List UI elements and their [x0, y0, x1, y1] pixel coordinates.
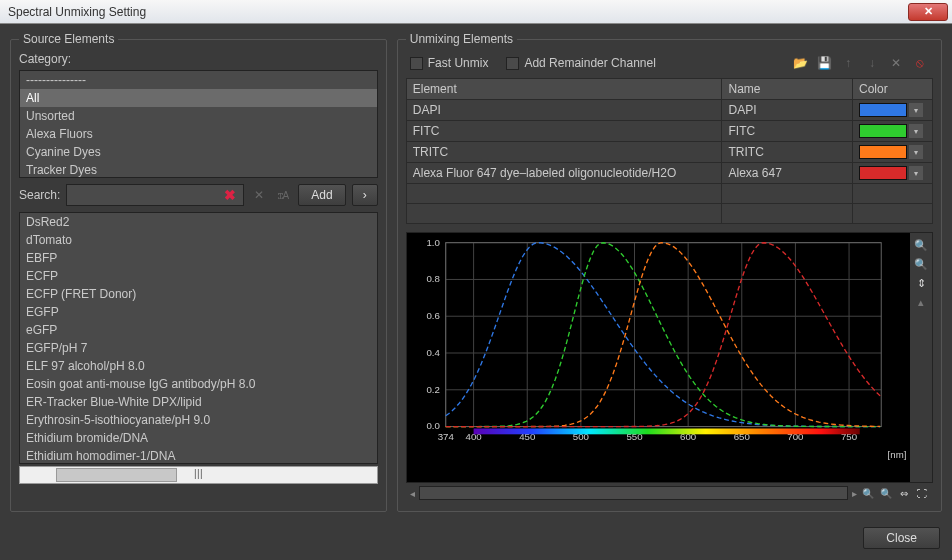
scroll-right-icon[interactable]: ▸ [852, 488, 857, 499]
category-item[interactable]: --------------- [20, 71, 377, 89]
color-swatch[interactable] [859, 124, 907, 138]
element-item[interactable]: ECFP [20, 267, 377, 285]
col-element: Element [406, 79, 722, 100]
color-swatch[interactable] [859, 103, 907, 117]
element-item[interactable]: Erythrosin-5-isothiocyanate/pH 9.0 [20, 411, 377, 429]
ia-icon-disabled: ꞮA [274, 186, 292, 204]
col-color: Color [853, 79, 933, 100]
titlebar: Spectral Unmixing Setting ✕ [0, 0, 952, 24]
add-dropdown-button[interactable]: › [352, 184, 378, 206]
category-item[interactable]: Cyanine Dyes [20, 143, 377, 161]
element-item[interactable]: ELF 97 alcohol/pH 8.0 [20, 357, 377, 375]
table-row[interactable]: DAPIDAPI▾ [406, 100, 932, 121]
search-input-wrap: ✖ [66, 184, 244, 206]
unmixing-elements-legend: Unmixing Elements [406, 32, 517, 46]
color-dropdown-icon[interactable]: ▾ [909, 124, 923, 138]
zoom-in-h-icon[interactable]: 🔍 [879, 486, 893, 500]
svg-text:1.0: 1.0 [426, 237, 439, 248]
element-item[interactable]: Eosin goat anti-mouse IgG antibody/pH 8.… [20, 375, 377, 393]
fast-unmix-checkbox[interactable]: Fast Unmix [410, 56, 489, 70]
chart-hscrollbar[interactable] [419, 486, 848, 500]
element-item[interactable]: EBFP [20, 249, 377, 267]
element-item[interactable]: dTomato [20, 231, 377, 249]
svg-rect-31 [473, 429, 859, 435]
element-item[interactable]: EGFP [20, 303, 377, 321]
x-icon-disabled: ✕ [250, 186, 268, 204]
zoom-out-icon[interactable]: 🔍 [913, 256, 929, 272]
col-name: Name [722, 79, 853, 100]
table-row[interactable]: FITCFITC▾ [406, 121, 932, 142]
element-item[interactable]: DsRed2 [20, 213, 377, 231]
add-button[interactable]: Add [298, 184, 345, 206]
svg-text:0.4: 0.4 [426, 347, 440, 358]
svg-text:0.8: 0.8 [426, 273, 439, 284]
category-listbox[interactable]: ---------------AllUnsortedAlexa FluorsCy… [19, 70, 378, 178]
move-down-icon[interactable]: ↓ [863, 54, 881, 72]
unmixing-elements-panel: Unmixing Elements Fast Unmix Add Remaind… [397, 32, 942, 512]
color-swatch[interactable] [859, 166, 907, 180]
table-row[interactable]: Alexa Fluor 647 dye–labeled oligonucleot… [406, 163, 932, 184]
unmixing-table[interactable]: Element Name Color DAPIDAPI▾FITCFITC▾TRI… [406, 78, 933, 224]
svg-text:[nm]: [nm] [887, 449, 906, 460]
fit-h-icon[interactable]: ⇔ [897, 486, 911, 500]
color-dropdown-icon[interactable]: ▾ [909, 103, 923, 117]
color-swatch[interactable] [859, 145, 907, 159]
element-item[interactable]: eGFP [20, 321, 377, 339]
category-item[interactable]: Alexa Fluors [20, 125, 377, 143]
element-item[interactable]: Ethidium homodimer-1/DNA [20, 447, 377, 464]
spectrum-chart: 3744004505005506006507007500.00.20.40.60… [406, 232, 933, 483]
category-label: Category: [19, 52, 378, 66]
window-close-button[interactable]: ✕ [908, 3, 948, 21]
source-elements-panel: Source Elements Category: --------------… [10, 32, 387, 512]
save-icon[interactable]: 💾 [815, 54, 833, 72]
chart-bottom-tools: ◂ ▸ 🔍 🔍 ⇔ ⛶ [406, 483, 933, 503]
chart-side-tools: 🔍 🔍 ⇕ ▴ [910, 233, 932, 482]
svg-text:0.2: 0.2 [426, 384, 439, 395]
add-remainder-checkbox[interactable]: Add Remainder Channel [506, 56, 655, 70]
svg-text:374: 374 [437, 431, 454, 442]
fit-v-icon[interactable]: ⇕ [913, 275, 929, 291]
category-item[interactable]: Tracker Dyes [20, 161, 377, 178]
element-item[interactable]: ECFP (FRET Donor) [20, 285, 377, 303]
fit-all-icon[interactable]: ⛶ [915, 486, 929, 500]
element-item[interactable]: Ethidium bromide/DNA [20, 429, 377, 447]
svg-rect-30 [445, 243, 881, 427]
elements-listbox[interactable]: DsRed2dTomatoEBFPECFPECFP (FRET Donor)EG… [19, 212, 378, 464]
clear-search-icon[interactable]: ✖ [221, 186, 239, 204]
elements-hscrollbar[interactable]: ǀǀǀ [19, 466, 378, 484]
search-label: Search: [19, 188, 60, 202]
source-elements-legend: Source Elements [19, 32, 118, 46]
search-input[interactable] [71, 188, 221, 202]
svg-text:0.6: 0.6 [426, 310, 439, 321]
close-button[interactable]: Close [863, 527, 940, 549]
delete-all-icon[interactable]: ⦸ [911, 54, 929, 72]
category-item[interactable]: All [20, 89, 377, 107]
scroll-left-icon[interactable]: ◂ [410, 488, 415, 499]
category-item[interactable]: Unsorted [20, 107, 377, 125]
zoom-in-icon[interactable]: 🔍 [913, 237, 929, 253]
color-dropdown-icon[interactable]: ▾ [909, 166, 923, 180]
zoom-out-h-icon[interactable]: 🔍 [861, 486, 875, 500]
open-icon[interactable]: 📂 [791, 54, 809, 72]
element-item[interactable]: EGFP/pH 7 [20, 339, 377, 357]
table-row[interactable]: TRITCTRITC▾ [406, 142, 932, 163]
svg-text:0.0: 0.0 [426, 420, 439, 431]
element-item[interactable]: ER-Tracker Blue-White DPX/lipid [20, 393, 377, 411]
delete-icon[interactable]: ✕ [887, 54, 905, 72]
move-up-icon[interactable]: ↑ [839, 54, 857, 72]
color-dropdown-icon[interactable]: ▾ [909, 145, 923, 159]
window-title: Spectral Unmixing Setting [4, 5, 908, 19]
scroll-up-icon[interactable]: ▴ [913, 294, 929, 310]
